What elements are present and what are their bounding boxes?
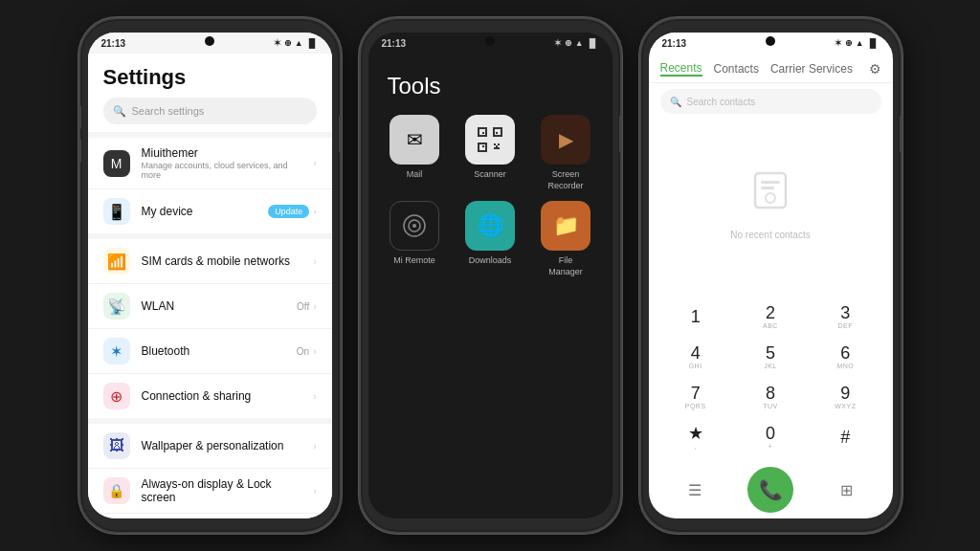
key-hash[interactable]: # xyxy=(817,419,873,455)
status-time: 21:13 xyxy=(382,38,407,49)
update-badge[interactable]: Update xyxy=(268,205,309,218)
status-bar: 21:13 ✶ ⊕ ▲ ▐▌ xyxy=(649,33,893,54)
status-bar: 21:13 ✶ ⊕ ▲ ▐▌ xyxy=(88,33,332,54)
tool-file-manager[interactable]: 📁 FileManager xyxy=(533,201,599,277)
tool-scanner[interactable]: Scanner xyxy=(457,115,523,191)
call-button[interactable]: 📞 xyxy=(747,467,793,513)
search-placeholder: Search settings xyxy=(132,105,205,117)
key-num: 4 xyxy=(691,344,701,362)
tool-screen-recorder[interactable]: ▶ ScreenRecorder xyxy=(533,115,599,191)
tools-title: Tools xyxy=(368,54,612,115)
svg-point-12 xyxy=(412,224,416,228)
mail-icon: ✉ xyxy=(390,115,439,165)
mydevice-item[interactable]: 📱 My device Update › xyxy=(88,189,332,233)
downloads-icon: 🌐 xyxy=(465,201,515,251)
menu-icon[interactable]: ☰ xyxy=(674,469,716,511)
mydevice-label: My device xyxy=(142,205,257,218)
key-num: 8 xyxy=(766,385,775,402)
svg-rect-4 xyxy=(496,132,498,134)
key-letters: GHI xyxy=(689,363,702,369)
wlan-item[interactable]: 📡 WLAN Off › xyxy=(88,284,332,329)
dialpad-toggle-icon[interactable]: ⊞ xyxy=(825,469,867,511)
key-letters: PQRS xyxy=(685,403,706,409)
key-9[interactable]: 9 WXYZ xyxy=(817,379,873,415)
bluetooth-right: On › xyxy=(297,346,317,357)
key-num: 2 xyxy=(766,304,775,321)
wallpaper-label: Wallpaper & personalization xyxy=(142,439,302,452)
tab-carrier[interactable]: Carrier Services xyxy=(770,62,853,76)
key-num: 5 xyxy=(766,344,775,362)
mydevice-icon: 📱 xyxy=(103,198,130,225)
tab-recents[interactable]: Recents xyxy=(660,61,702,77)
connection-item[interactable]: ⊕ Connection & sharing › xyxy=(88,374,332,418)
display-item[interactable]: ☀ Display › xyxy=(88,514,332,518)
key-2[interactable]: 2 ABC xyxy=(743,298,798,335)
power-button[interactable] xyxy=(900,115,902,153)
key-1[interactable]: 1 xyxy=(668,298,724,335)
tool-downloads[interactable]: 🌐 Downloads xyxy=(457,201,523,277)
tool-mail[interactable]: ✉ Mail xyxy=(382,115,448,191)
key-3[interactable]: 3 DEF xyxy=(817,298,873,335)
battery-icon: ▐▌ xyxy=(867,38,880,48)
bluetooth-item[interactable]: ✶ Bluetooth On › xyxy=(88,329,332,374)
volume-down-button[interactable] xyxy=(78,139,81,163)
phone-dialer: 21:13 ✶ ⊕ ▲ ▐▌ Recents Contacts Carrier … xyxy=(639,17,902,534)
key-letters: ABC xyxy=(763,322,778,329)
scanner-icon xyxy=(465,115,515,165)
key-4[interactable]: 4 GHI xyxy=(668,339,724,375)
connection-icon: ⊕ xyxy=(103,383,130,409)
dialpad-row-4: ★ , 0 + # xyxy=(658,419,883,455)
key-5[interactable]: 5 JKL xyxy=(743,339,798,375)
key-letters: DEF xyxy=(838,322,854,329)
key-star[interactable]: ★ , xyxy=(668,419,724,455)
wlan-label: WLAN xyxy=(142,299,286,313)
key-letters: WXYZ xyxy=(835,403,856,409)
key-letters: TUV xyxy=(763,403,778,409)
key-8[interactable]: 8 TUV xyxy=(743,379,798,415)
bluetooth-text: Bluetooth xyxy=(142,344,285,358)
settings-title: Settings xyxy=(103,65,317,90)
tab-contacts[interactable]: Contacts xyxy=(714,62,759,76)
miuithemer-item[interactable]: M Miuithemer Manage accounts, cloud serv… xyxy=(88,138,332,189)
mail-label: Mail xyxy=(407,169,423,181)
chevron-right-icon: › xyxy=(313,486,316,496)
tool-mi-remote[interactable]: Mi Remote xyxy=(382,201,448,277)
key-6[interactable]: 6 MNO xyxy=(817,339,873,375)
search-icon: 🔍 xyxy=(113,105,126,118)
always-on-label: Always-on display & Lock screen xyxy=(142,477,302,504)
contacts-search-bar[interactable]: 🔍 Search contacts xyxy=(660,89,881,114)
chevron-right-icon: › xyxy=(313,256,316,267)
volume-up-button[interactable] xyxy=(78,105,81,129)
power-button[interactable] xyxy=(619,115,622,153)
bluetooth-icon: ✶ xyxy=(103,338,130,364)
wlan-text: WLAN xyxy=(142,299,286,313)
no-contacts-text: No recent contacts xyxy=(730,230,810,240)
always-on-item[interactable]: 🔒 Always-on display & Lock screen › xyxy=(88,469,332,514)
svg-rect-8 xyxy=(498,143,500,145)
chevron-right-icon: › xyxy=(313,346,316,357)
tools-grid: ✉ Mail xyxy=(368,115,612,278)
wallpaper-text: Wallpaper & personalization xyxy=(142,439,302,452)
key-num: # xyxy=(840,429,850,446)
power-button[interactable] xyxy=(339,115,342,153)
svg-rect-5 xyxy=(482,145,484,147)
key-num: 6 xyxy=(840,344,850,362)
chevron-right-icon: › xyxy=(313,301,316,312)
key-7[interactable]: 7 PQRS xyxy=(668,379,724,415)
svg-rect-9 xyxy=(494,147,500,149)
wlan-status: Off xyxy=(297,301,309,312)
status-time: 21:13 xyxy=(101,38,126,49)
key-num: ★ xyxy=(688,425,703,442)
sim-icon: 📶 xyxy=(103,248,130,275)
connection-text: Connection & sharing xyxy=(142,389,302,403)
key-num: 0 xyxy=(766,425,775,442)
key-letters: MNO xyxy=(836,363,854,369)
sim-item[interactable]: 📶 SIM cards & mobile networks › xyxy=(88,239,332,284)
wallpaper-item[interactable]: 🖼 Wallpaper & personalization › xyxy=(88,424,332,469)
settings-gear-icon[interactable]: ⚙ xyxy=(869,61,881,77)
bluetooth-icon: ✶ xyxy=(835,38,842,48)
key-0[interactable]: 0 + xyxy=(743,419,798,455)
svg-rect-7 xyxy=(496,145,498,147)
settings-search-bar[interactable]: 🔍 Search settings xyxy=(103,98,317,124)
no-contacts-area: No recent contacts xyxy=(649,120,893,295)
